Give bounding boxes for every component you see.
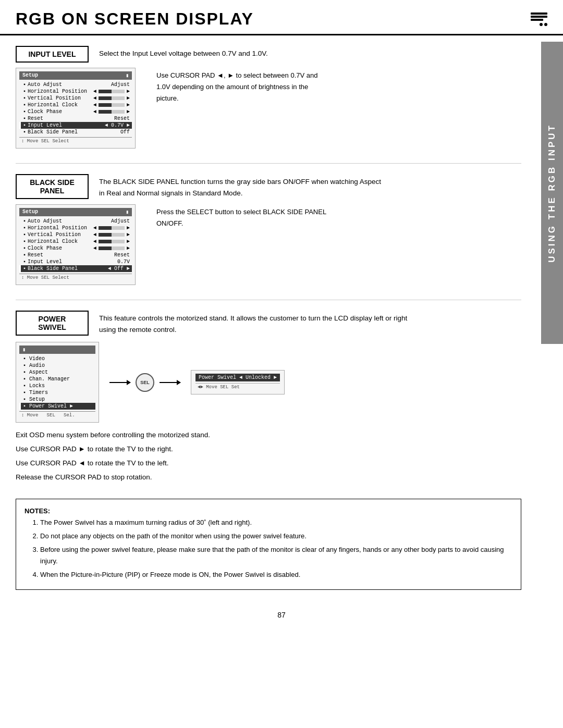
input-level-description: Select the Input Level voltage between 0… — [99, 46, 268, 59]
osd-nav: ↕ Move SEL Select — [19, 137, 132, 145]
black-side-panel-osd-container: Setup ▮ ▪ Auto Adjust Adjust ▪ Horizonta… — [16, 204, 521, 285]
black-side-panel-osd-box: Setup ▮ ▪ Auto Adjust Adjust ▪ Horizonta… — [16, 204, 136, 285]
osd-nav-ps: ↕ Move SEL Sel. — [19, 411, 95, 419]
arrow-container: SEL — [109, 373, 180, 392]
osd-row: ▪ Auto Adjust Adjust — [19, 81, 132, 88]
sidebar-vertical-label: USING THE RGB INPUT — [541, 42, 563, 344]
input-level-osd-container: Setup ▮ ▪ Auto Adjust Adjust ▪ Horizonta… — [16, 68, 521, 149]
power-swivel-result-osd: Power Swivel ◄ Unlocked ► ◄► Move SEL Se… — [191, 370, 285, 394]
ps-osd-row: Power Swivel ◄ Unlocked ► — [195, 374, 280, 381]
osd-row: ▪ Chan. Manager — [19, 376, 95, 382]
notes-item: The Power Swivel has a maximum turning r… — [40, 517, 512, 528]
osd-row: ▪ Horizontal Clock ◄ ► — [19, 102, 132, 108]
ps-osd-nav: ◄► Move SEL Set — [195, 383, 280, 391]
osd-row: ▪ Input Level 0.7V — [19, 258, 132, 265]
input-level-osd-desc: Use CURSOR PAD ◄, ► to select between 0.… — [156, 68, 317, 104]
page-header: RGB ON SCREEN DISPLAY — [0, 0, 563, 35]
black-side-panel-section: BLACK SIDE PANEL The BLACK SIDE PANEL fu… — [16, 174, 521, 285]
black-side-panel-label: BLACK SIDE PANEL — [16, 174, 89, 199]
osd-row: ▪ Reset Reset — [19, 115, 132, 122]
osd-row: ▪ Audio — [19, 362, 95, 369]
osd-row: ▪ Black Side Panel Off — [19, 129, 132, 135]
power-swivel-menu-osd: ▮ ▪ Video ▪ Audio ▪ Aspect ▪ Chan. Manag… — [16, 342, 99, 423]
divider1 — [16, 163, 521, 164]
osd-title-row-bsp: Setup ▮ — [19, 208, 132, 216]
arrow-line-left — [109, 382, 130, 383]
power-swivel-description: This feature controls the motorized stan… — [99, 311, 407, 335]
instruction-line: Release the CURSOR PAD to stop rotation. — [16, 470, 521, 484]
notes-box: NOTES: The Power Swivel has a maximum tu… — [16, 499, 521, 590]
osd-row-highlighted: ▪ Input Level ◄ 0.7V ► — [19, 122, 132, 129]
osd-row-highlighted-bsp: ▪ Black Side Panel ◄ Off ► — [19, 265, 132, 272]
page-title: RGB ON SCREEN DISPLAY — [16, 9, 254, 29]
arrow-line-right — [160, 382, 180, 383]
black-side-panel-osd-desc: Press the SELECT button to select BLACK … — [156, 204, 326, 229]
power-swivel-row: ▮ ▪ Video ▪ Audio ▪ Aspect ▪ Chan. Manag… — [16, 342, 521, 423]
osd-row: ▪ Horizontal Position ◄ ► — [19, 88, 132, 95]
osd-row: ▪ Reset Reset — [19, 252, 132, 258]
notes-item: Before using the power swivel feature, p… — [40, 544, 512, 567]
osd-row: ▪ Vertical Position ◄ ► — [19, 95, 132, 102]
instruction-line: Use CURSOR PAD ◄ to rotate the TV to the… — [16, 456, 521, 470]
page-number: 87 — [0, 611, 563, 624]
instruction-line: Use CURSOR PAD ► to rotate the TV to the… — [16, 442, 521, 456]
select-button: SEL — [136, 373, 154, 392]
input-level-section: INPUT LEVEL Select the Input Level volta… — [16, 46, 521, 149]
osd-row: ▪ Clock Phase ◄ ► — [19, 108, 132, 115]
notes-title: NOTES: — [25, 507, 50, 515]
notes-list: The Power Swivel has a maximum turning r… — [40, 517, 512, 581]
osd-row: ▪ Aspect — [19, 369, 95, 376]
notes-item: Do not place any objects on the path of … — [40, 530, 512, 542]
osd-row-highlighted-ps: ▪ Power Swivel ► — [19, 403, 95, 410]
osd-row: ▪ Setup — [19, 396, 95, 403]
input-level-label: INPUT LEVEL — [16, 46, 89, 63]
notes-item: When the Picture-in-Picture (PIP) or Fre… — [40, 569, 512, 581]
osd-row: ▪ Horizontal Clock ◄ ► — [19, 238, 132, 245]
osd-row: ▪ Clock Phase ◄ ► — [19, 245, 132, 252]
divider2 — [16, 300, 521, 300]
osd-row: ▪ Timers — [19, 389, 95, 396]
osd-title-row: Setup ▮ — [19, 71, 132, 80]
osd-row: ▪ Vertical Position ◄ ► — [19, 231, 132, 238]
osd-row: ▪ Horizontal Position ◄ ► — [19, 225, 132, 231]
black-side-panel-description: The BLACK SIDE PANEL function turns the … — [99, 174, 381, 199]
power-swivel-section: POWER SWIVEL This feature controls the m… — [16, 311, 521, 484]
power-swivel-label: POWER SWIVEL — [16, 311, 89, 336]
input-level-osd-box: Setup ▮ ▪ Auto Adjust Adjust ▪ Horizonta… — [16, 68, 136, 149]
osd-nav-bsp: ↕ Move SEL Select — [19, 274, 132, 281]
header-icon — [531, 13, 547, 26]
osd-row: ▪ Video — [19, 355, 95, 362]
osd-row: ▪ Locks — [19, 382, 95, 389]
instruction-line: Exit OSD menu system before controlling … — [16, 428, 521, 442]
power-swivel-instructions: Exit OSD menu system before controlling … — [16, 428, 521, 484]
osd-row: ▪ Auto Adjust Adjust — [19, 218, 132, 225]
main-content: INPUT LEVEL Select the Input Level volta… — [0, 35, 563, 600]
osd-title-row-ps: ▮ — [19, 346, 95, 354]
